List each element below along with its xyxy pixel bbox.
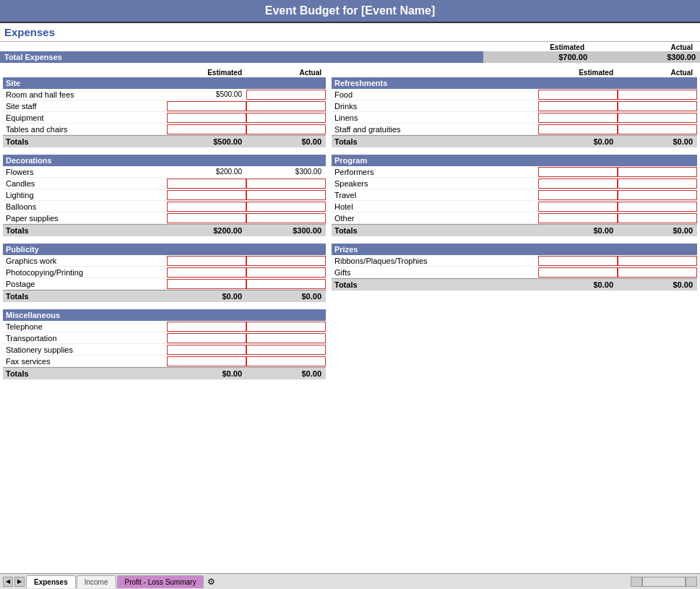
table-row: Drinks xyxy=(332,100,697,112)
misc-row-2-estimated[interactable] xyxy=(167,333,246,343)
decorations-row-1-actual: $300.00 xyxy=(246,167,326,176)
refreshments-col-headers: Estimated Actual xyxy=(332,69,697,77)
site-row-4-estimated[interactable] xyxy=(167,124,246,134)
misc-row-3-label: Stationery supplies xyxy=(3,345,167,355)
publicity-row-2-actual[interactable] xyxy=(246,267,326,278)
scrollbar-right[interactable] xyxy=(686,577,697,587)
misc-row-1-estimated[interactable] xyxy=(167,322,246,332)
refreshments-estimated-header: Estimated xyxy=(538,69,618,77)
program-row-1-estimated[interactable] xyxy=(538,167,618,177)
site-row-3-actual[interactable] xyxy=(246,113,326,123)
decorations-row-5-estimated[interactable] xyxy=(167,213,246,223)
site-row-2-actual[interactable] xyxy=(246,101,326,111)
site-row-1-actual[interactable] xyxy=(246,90,326,100)
publicity-section: Publicity Graphics work Photocopying/Pri… xyxy=(3,244,326,302)
misc-totals-actual: $0.00 xyxy=(246,368,326,379)
refreshments-row-2-actual[interactable] xyxy=(618,101,697,111)
refreshments-row-1-actual[interactable] xyxy=(618,90,697,100)
publicity-totals-label: Totals xyxy=(3,291,167,302)
table-row: Postage xyxy=(3,278,326,290)
tab-profit-loss[interactable]: Profit - Loss Summary xyxy=(117,575,204,588)
decorations-header: Decorations xyxy=(3,155,326,166)
prizes-row-2-actual[interactable] xyxy=(618,267,697,278)
decorations-row-4-actual[interactable] xyxy=(246,202,326,212)
actual-col-header: Actual xyxy=(589,43,697,51)
refreshments-row-2-estimated[interactable] xyxy=(538,101,618,111)
publicity-totals-actual: $0.00 xyxy=(246,291,326,302)
site-row-2-estimated[interactable] xyxy=(167,101,246,111)
program-row-5-actual[interactable] xyxy=(618,213,697,223)
table-row: Gifts xyxy=(332,267,697,278)
tab-income[interactable]: Income xyxy=(77,575,116,588)
site-totals-row: Totals $500.00 $0.00 xyxy=(3,135,326,147)
program-row-5-estimated[interactable] xyxy=(538,213,618,223)
refreshments-totals-estimated: $0.00 xyxy=(538,136,618,147)
refreshments-header: Refreshments xyxy=(332,77,697,89)
tab-options-icon[interactable]: ⚙ xyxy=(207,577,215,587)
site-row-3-label: Equipment xyxy=(3,113,167,123)
table-row: Transportation xyxy=(3,332,326,344)
tab-bar: ◀ ▶ Expenses Income Profit - Loss Summar… xyxy=(0,573,700,589)
publicity-row-3-label: Postage xyxy=(3,279,167,289)
misc-row-4-actual[interactable] xyxy=(246,356,326,366)
publicity-row-2-label: Photocopying/Printing xyxy=(3,267,167,278)
total-expenses-label: Total Expenses xyxy=(0,51,483,63)
decorations-row-2-estimated[interactable] xyxy=(167,179,246,189)
site-row-4-actual[interactable] xyxy=(246,124,326,134)
decorations-section: Decorations Flowers $200.00 $300.00 Cand… xyxy=(3,155,326,236)
prizes-row-2-estimated[interactable] xyxy=(538,267,618,278)
program-row-2-actual[interactable] xyxy=(618,179,697,189)
program-row-3-actual[interactable] xyxy=(618,190,697,200)
tab-nav-next[interactable]: ▶ xyxy=(14,577,25,587)
refreshments-row-3-actual[interactable] xyxy=(618,113,697,123)
table-row: Performers xyxy=(332,166,697,178)
tab-nav-prev[interactable]: ◀ xyxy=(3,577,13,587)
table-row: Other xyxy=(332,212,697,224)
prizes-row-1-estimated[interactable] xyxy=(538,256,618,266)
table-row: Paper supplies xyxy=(3,212,326,224)
table-row: Lighting xyxy=(3,189,326,201)
prizes-totals-actual: $0.00 xyxy=(618,279,697,291)
program-row-4-estimated[interactable] xyxy=(538,202,618,212)
table-row: Ribbons/Plaques/Trophies xyxy=(332,255,697,267)
scrollbar-left[interactable] xyxy=(631,577,642,587)
publicity-row-1-actual[interactable] xyxy=(246,256,326,266)
program-row-2-estimated[interactable] xyxy=(538,179,618,189)
misc-row-4-estimated[interactable] xyxy=(167,356,246,366)
decorations-row-3-actual[interactable] xyxy=(246,190,326,200)
publicity-row-3-estimated[interactable] xyxy=(167,279,246,289)
refreshments-row-3-estimated[interactable] xyxy=(538,113,618,123)
program-section: Program Performers Speakers Travel Hotel xyxy=(332,155,697,236)
misc-row-2-label: Transportation xyxy=(3,333,167,343)
decorations-row-5-actual[interactable] xyxy=(246,213,326,223)
decorations-row-2-actual[interactable] xyxy=(246,179,326,189)
decorations-row-4-estimated[interactable] xyxy=(167,202,246,212)
publicity-row-2-estimated[interactable] xyxy=(167,267,246,278)
table-row: Travel xyxy=(332,189,697,201)
decorations-row-3-estimated[interactable] xyxy=(167,190,246,200)
misc-row-1-actual[interactable] xyxy=(246,322,326,332)
prizes-row-1-actual[interactable] xyxy=(618,256,697,266)
tab-expenses[interactable]: Expenses xyxy=(26,575,76,588)
program-row-1-actual[interactable] xyxy=(618,167,697,177)
program-row-4-actual[interactable] xyxy=(618,202,697,212)
main-content: Estimated Actual Site Room and hall fees… xyxy=(0,66,700,390)
refreshments-row-4-actual[interactable] xyxy=(618,124,697,134)
publicity-totals-estimated: $0.00 xyxy=(167,291,246,302)
misc-row-3-actual[interactable] xyxy=(246,345,326,355)
site-section: Estimated Actual Site Room and hall fees… xyxy=(3,69,326,147)
refreshments-row-4-estimated[interactable] xyxy=(538,124,618,134)
program-totals-actual: $0.00 xyxy=(618,225,697,236)
table-row: Food xyxy=(332,89,697,100)
publicity-row-1-estimated[interactable] xyxy=(167,256,246,266)
publicity-row-3-actual[interactable] xyxy=(246,279,326,289)
right-column: Estimated Actual Refreshments Food Drink… xyxy=(329,66,700,390)
site-row-3-estimated[interactable] xyxy=(167,113,246,123)
refreshments-row-1-estimated[interactable] xyxy=(538,90,618,100)
program-row-3-estimated[interactable] xyxy=(538,190,618,200)
misc-row-3-estimated[interactable] xyxy=(167,345,246,355)
prizes-totals-label: Totals xyxy=(332,279,538,291)
misc-row-2-actual[interactable] xyxy=(246,333,326,343)
program-row-1-label: Performers xyxy=(332,167,538,177)
refreshments-actual-header: Actual xyxy=(618,69,697,77)
